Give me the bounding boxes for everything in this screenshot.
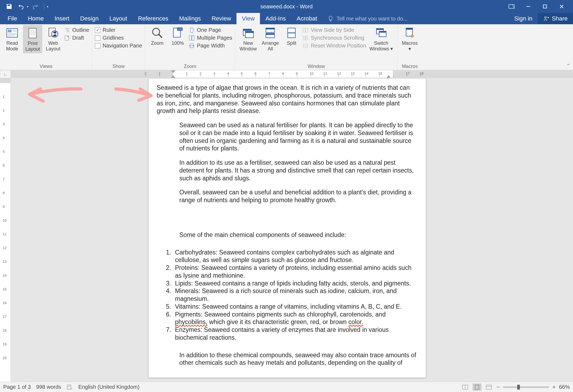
svg-rect-17	[192, 36, 194, 40]
read-mode-button[interactable]: ReadMode	[3, 25, 22, 53]
document-area: 1234567891011121314151617181920 Seaweed …	[0, 78, 573, 382]
outline-icon	[64, 27, 70, 33]
web-layout-view-button[interactable]	[485, 384, 493, 391]
magnifier-icon	[151, 26, 164, 39]
list-item[interactable]: Minerals: Seaweed is a rich source of mi…	[173, 287, 418, 303]
svg-point-10	[153, 28, 160, 35]
chevron-down-icon: ▾	[390, 46, 393, 51]
list-item[interactable]: Lipids: Seaweed contains a range of lipi…	[173, 280, 418, 287]
spelling-error[interactable]: color.	[348, 318, 363, 325]
web-layout-button[interactable]: WebLayout	[44, 25, 63, 53]
tab-acrobat[interactable]: Acrobat	[291, 13, 322, 24]
save-button[interactable]	[4, 2, 14, 11]
one-page-button[interactable]: One Page	[189, 27, 232, 33]
sign-in-link[interactable]: Sign in	[509, 13, 538, 24]
tell-me-search[interactable]: Tell me what you want to do...	[322, 13, 412, 24]
collapse-ribbon-button[interactable]: ⌃	[566, 63, 570, 69]
horizontal-ruler[interactable]: 211234567891011121314151718	[11, 70, 573, 78]
paragraph[interactable]: In addition to these chemical compounds,…	[179, 351, 418, 367]
print-layout-view-button[interactable]	[473, 384, 481, 391]
reset-window-position-button[interactable]: Reset Window Position	[303, 43, 366, 49]
tab-design[interactable]: Design	[75, 13, 104, 24]
zoom-100-button[interactable]: 100 100%	[168, 25, 187, 47]
list-item[interactable]: Vitamins: Seaweed contains a range of vi…	[173, 303, 418, 311]
multiple-pages-icon	[189, 35, 195, 41]
tab-mailings[interactable]: Mailings	[174, 13, 206, 24]
close-button[interactable]	[556, 2, 568, 11]
redo-button[interactable]	[30, 2, 40, 11]
macros-button[interactable]: Macros▾	[400, 25, 419, 53]
view-side-by-side-button[interactable]: View Side by Side	[303, 27, 366, 33]
switch-windows-icon	[375, 26, 388, 39]
checkbox-icon	[95, 43, 100, 49]
page-indicator[interactable]: Page 1 of 3	[3, 384, 31, 390]
synchronous-scrolling-button[interactable]: Synchronous Scrolling	[303, 35, 366, 41]
document-page[interactable]: Seaweed is a type of algae that grows in…	[148, 78, 426, 378]
tab-review[interactable]: Review	[206, 13, 236, 24]
macros-icon	[403, 26, 416, 39]
draft-button[interactable]: Draft	[64, 35, 89, 41]
list-item[interactable]: Carbohydrates: Seaweed contains complex …	[173, 249, 418, 264]
svg-rect-44	[486, 385, 492, 389]
svg-rect-30	[306, 28, 308, 32]
paragraph[interactable]: Seaweed is a type of algae that grows in…	[157, 84, 418, 115]
one-page-icon	[189, 27, 195, 33]
new-window-button[interactable]: NewWindow	[238, 25, 258, 53]
spelling-error[interactable]: phycobilins,	[175, 318, 207, 325]
tab-addins[interactable]: Add-Ins	[260, 13, 291, 24]
language-indicator[interactable]: English (United Kingdom)	[78, 384, 140, 390]
ribbon: ReadMode PrintLayout WebLayout Outline D…	[0, 24, 573, 70]
ribbon-display-options-button[interactable]	[506, 2, 517, 11]
list-item[interactable]: Enzymes: Seaweed contains a variety of e…	[173, 326, 418, 342]
word-count[interactable]: 998 words	[36, 384, 61, 390]
svg-rect-29	[303, 28, 305, 32]
zoom-in-button[interactable]: +	[552, 384, 556, 391]
undo-dropdown-icon[interactable]: ▾	[27, 5, 28, 8]
zoom-slider[interactable]	[503, 386, 549, 388]
paragraph[interactable]: Overall, seaweed can be a useful and ben…	[179, 188, 418, 204]
read-mode-view-button[interactable]	[461, 384, 469, 391]
list-item[interactable]: Proteins: Seaweed contains a variety of …	[173, 264, 418, 280]
ruler-checkbox[interactable]: ✓Ruler	[95, 27, 142, 33]
paragraph[interactable]: Seaweed can be used as a natural fertili…	[179, 121, 418, 152]
qat-customize-icon[interactable]: ▾	[47, 5, 48, 8]
print-layout-button[interactable]: PrintLayout	[23, 25, 42, 53]
tab-file[interactable]: File	[2, 13, 22, 24]
arrange-all-button[interactable]: ArrangeAll	[260, 25, 280, 53]
paragraph[interactable]: Some of the main chemical components of …	[179, 231, 418, 239]
tab-insert[interactable]: Insert	[49, 13, 75, 24]
svg-rect-35	[376, 29, 383, 30]
svg-line-11	[159, 35, 162, 38]
tab-selector[interactable]: ∟	[0, 70, 11, 78]
proofing-icon[interactable]	[67, 384, 73, 390]
gridlines-checkbox[interactable]: Gridlines	[95, 35, 142, 41]
zoom-level[interactable]: 66%	[559, 384, 570, 390]
group-views: ReadMode PrintLayout WebLayout Outline D…	[0, 24, 92, 70]
multiple-pages-button[interactable]: Multiple Pages	[189, 35, 232, 41]
switch-windows-button[interactable]: SwitchWindows ▾	[368, 25, 394, 53]
annotation-arrows	[13, 81, 162, 108]
document-scroll[interactable]: Seaweed is a type of algae that grows in…	[11, 78, 573, 382]
tab-references[interactable]: References	[133, 13, 174, 24]
vertical-ruler[interactable]: 1234567891011121314151617181920	[0, 78, 11, 382]
svg-rect-20	[243, 29, 251, 31]
minimize-button[interactable]	[522, 2, 534, 11]
share-icon	[543, 15, 550, 22]
tab-home[interactable]: Home	[22, 13, 49, 24]
zoom-out-button[interactable]: −	[496, 384, 500, 391]
group-zoom: Zoom 100 100% One Page Multiple Pages Pa…	[145, 24, 235, 70]
numbered-list[interactable]: Carbohydrates: Seaweed contains complex …	[173, 249, 418, 342]
paragraph[interactable]: In addition to its use as a fertiliser, …	[179, 159, 418, 182]
page-width-button[interactable]: Page Width	[189, 43, 232, 49]
outline-button[interactable]: Outline	[64, 27, 89, 33]
maximize-button[interactable]	[539, 2, 551, 11]
tab-view[interactable]: View	[236, 13, 260, 24]
print-layout-icon	[26, 27, 39, 40]
undo-button[interactable]	[16, 2, 26, 11]
tab-layout[interactable]: Layout	[104, 13, 133, 24]
list-item[interactable]: Pigments: Seaweed contains pigments such…	[173, 311, 418, 326]
share-button[interactable]: Share	[538, 13, 573, 24]
navigation-pane-checkbox[interactable]: Navigation Pane	[95, 43, 142, 49]
split-button[interactable]: Split	[282, 25, 301, 47]
zoom-button[interactable]: Zoom	[148, 25, 167, 47]
